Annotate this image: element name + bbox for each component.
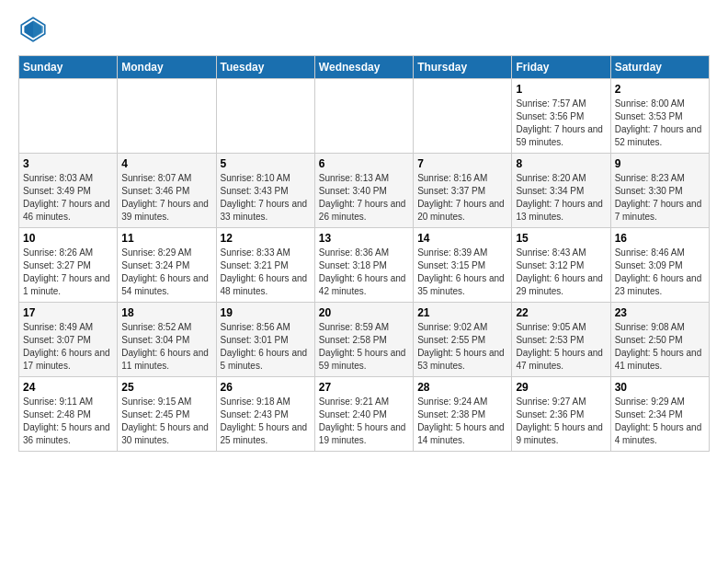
day-number: 14 xyxy=(417,232,507,245)
day-info: Sunrise: 8:29 AM Sunset: 3:24 PM Dayligh… xyxy=(121,247,211,298)
page: SundayMondayTuesdayWednesdayThursdayFrid… xyxy=(0,0,728,461)
day-number: 11 xyxy=(121,232,211,245)
day-info: Sunrise: 8:20 AM Sunset: 3:34 PM Dayligh… xyxy=(516,172,606,224)
day-number: 23 xyxy=(615,306,705,319)
calendar-week: 17Sunrise: 8:49 AM Sunset: 3:07 PM Dayli… xyxy=(19,303,710,377)
calendar-week: 10Sunrise: 8:26 AM Sunset: 3:27 PM Dayli… xyxy=(19,228,710,303)
day-number: 15 xyxy=(516,232,606,245)
calendar-cell: 25Sunrise: 9:15 AM Sunset: 2:45 PM Dayli… xyxy=(118,377,216,452)
day-info: Sunrise: 8:52 AM Sunset: 3:04 PM Dayligh… xyxy=(121,321,211,373)
calendar-cell: 10Sunrise: 8:26 AM Sunset: 3:27 PM Dayli… xyxy=(19,228,118,303)
header-row: SundayMondayTuesdayWednesdayThursdayFrid… xyxy=(19,56,710,79)
day-number: 25 xyxy=(121,381,211,394)
day-info: Sunrise: 8:00 AM Sunset: 3:53 PM Dayligh… xyxy=(615,98,705,149)
day-info: Sunrise: 8:33 AM Sunset: 3:21 PM Dayligh… xyxy=(221,247,311,298)
calendar-cell xyxy=(216,79,314,154)
day-info: Sunrise: 8:43 AM Sunset: 3:12 PM Dayligh… xyxy=(516,247,606,298)
day-number: 29 xyxy=(516,381,606,394)
calendar: SundayMondayTuesdayWednesdayThursdayFrid… xyxy=(18,55,710,452)
day-info: Sunrise: 9:02 AM Sunset: 2:55 PM Dayligh… xyxy=(417,321,507,373)
day-info: Sunrise: 9:24 AM Sunset: 2:38 PM Dayligh… xyxy=(417,396,507,447)
calendar-cell: 3Sunrise: 8:03 AM Sunset: 3:49 PM Daylig… xyxy=(19,154,118,228)
calendar-header: SundayMondayTuesdayWednesdayThursdayFrid… xyxy=(19,56,710,79)
calendar-cell: 24Sunrise: 9:11 AM Sunset: 2:48 PM Dayli… xyxy=(19,377,118,452)
calendar-cell: 15Sunrise: 8:43 AM Sunset: 3:12 PM Dayli… xyxy=(512,228,610,303)
calendar-cell: 2Sunrise: 8:00 AM Sunset: 3:53 PM Daylig… xyxy=(610,79,709,154)
day-info: Sunrise: 8:49 AM Sunset: 3:07 PM Dayligh… xyxy=(23,321,113,373)
day-number: 1 xyxy=(516,83,606,96)
weekday-header: Monday xyxy=(118,56,216,79)
header xyxy=(18,15,710,44)
day-info: Sunrise: 8:36 AM Sunset: 3:18 PM Dayligh… xyxy=(319,247,409,298)
calendar-cell: 8Sunrise: 8:20 AM Sunset: 3:34 PM Daylig… xyxy=(512,154,610,228)
day-number: 9 xyxy=(615,157,705,170)
day-info: Sunrise: 9:08 AM Sunset: 2:50 PM Dayligh… xyxy=(615,321,705,373)
calendar-cell: 23Sunrise: 9:08 AM Sunset: 2:50 PM Dayli… xyxy=(610,303,709,377)
calendar-cell: 19Sunrise: 8:56 AM Sunset: 3:01 PM Dayli… xyxy=(216,303,314,377)
calendar-cell: 30Sunrise: 9:29 AM Sunset: 2:34 PM Dayli… xyxy=(610,377,709,452)
day-info: Sunrise: 9:11 AM Sunset: 2:48 PM Dayligh… xyxy=(23,396,113,447)
weekday-header: Sunday xyxy=(19,56,118,79)
calendar-cell: 16Sunrise: 8:46 AM Sunset: 3:09 PM Dayli… xyxy=(610,228,709,303)
day-number: 8 xyxy=(516,157,606,170)
day-info: Sunrise: 8:59 AM Sunset: 2:58 PM Dayligh… xyxy=(319,321,409,373)
day-number: 12 xyxy=(221,232,311,245)
weekday-header: Friday xyxy=(512,56,610,79)
calendar-week: 3Sunrise: 8:03 AM Sunset: 3:49 PM Daylig… xyxy=(19,154,710,228)
day-info: Sunrise: 8:16 AM Sunset: 3:37 PM Dayligh… xyxy=(417,172,507,224)
day-info: Sunrise: 8:13 AM Sunset: 3:40 PM Dayligh… xyxy=(319,172,409,224)
day-number: 20 xyxy=(319,306,409,319)
day-number: 10 xyxy=(23,232,113,245)
day-info: Sunrise: 9:29 AM Sunset: 2:34 PM Dayligh… xyxy=(615,396,705,447)
day-info: Sunrise: 8:39 AM Sunset: 3:15 PM Dayligh… xyxy=(417,247,507,298)
weekday-header: Tuesday xyxy=(216,56,314,79)
calendar-cell: 5Sunrise: 8:10 AM Sunset: 3:43 PM Daylig… xyxy=(216,154,314,228)
day-number: 17 xyxy=(23,306,113,319)
day-number: 22 xyxy=(516,306,606,319)
calendar-cell xyxy=(414,79,512,154)
calendar-cell xyxy=(19,79,118,154)
day-number: 26 xyxy=(221,381,311,394)
calendar-cell: 18Sunrise: 8:52 AM Sunset: 3:04 PM Dayli… xyxy=(118,303,216,377)
day-info: Sunrise: 8:23 AM Sunset: 3:30 PM Dayligh… xyxy=(615,172,705,224)
day-info: Sunrise: 8:46 AM Sunset: 3:09 PM Dayligh… xyxy=(615,247,705,298)
day-number: 7 xyxy=(417,157,507,170)
calendar-week: 24Sunrise: 9:11 AM Sunset: 2:48 PM Dayli… xyxy=(19,377,710,452)
calendar-cell: 6Sunrise: 8:13 AM Sunset: 3:40 PM Daylig… xyxy=(314,154,413,228)
day-number: 27 xyxy=(319,381,409,394)
weekday-header: Wednesday xyxy=(314,56,413,79)
calendar-cell: 4Sunrise: 8:07 AM Sunset: 3:46 PM Daylig… xyxy=(118,154,216,228)
day-info: Sunrise: 8:03 AM Sunset: 3:49 PM Dayligh… xyxy=(23,172,113,224)
calendar-cell: 12Sunrise: 8:33 AM Sunset: 3:21 PM Dayli… xyxy=(216,228,314,303)
day-number: 19 xyxy=(221,306,311,319)
weekday-header: Saturday xyxy=(610,56,709,79)
calendar-cell: 21Sunrise: 9:02 AM Sunset: 2:55 PM Dayli… xyxy=(414,303,512,377)
day-info: Sunrise: 8:56 AM Sunset: 3:01 PM Dayligh… xyxy=(221,321,311,373)
calendar-cell: 13Sunrise: 8:36 AM Sunset: 3:18 PM Dayli… xyxy=(314,228,413,303)
day-number: 5 xyxy=(221,157,311,170)
calendar-cell: 7Sunrise: 8:16 AM Sunset: 3:37 PM Daylig… xyxy=(414,154,512,228)
day-info: Sunrise: 9:15 AM Sunset: 2:45 PM Dayligh… xyxy=(121,396,211,447)
calendar-cell: 14Sunrise: 8:39 AM Sunset: 3:15 PM Dayli… xyxy=(414,228,512,303)
day-number: 6 xyxy=(319,157,409,170)
calendar-cell: 28Sunrise: 9:24 AM Sunset: 2:38 PM Dayli… xyxy=(414,377,512,452)
calendar-week: 1Sunrise: 7:57 AM Sunset: 3:56 PM Daylig… xyxy=(19,79,710,154)
calendar-cell: 20Sunrise: 8:59 AM Sunset: 2:58 PM Dayli… xyxy=(314,303,413,377)
calendar-cell: 17Sunrise: 8:49 AM Sunset: 3:07 PM Dayli… xyxy=(19,303,118,377)
day-number: 16 xyxy=(615,232,705,245)
day-number: 4 xyxy=(121,157,211,170)
day-info: Sunrise: 8:07 AM Sunset: 3:46 PM Dayligh… xyxy=(121,172,211,224)
day-info: Sunrise: 7:57 AM Sunset: 3:56 PM Dayligh… xyxy=(516,98,606,149)
calendar-cell: 29Sunrise: 9:27 AM Sunset: 2:36 PM Dayli… xyxy=(512,377,610,452)
day-info: Sunrise: 9:27 AM Sunset: 2:36 PM Dayligh… xyxy=(516,396,606,447)
day-number: 13 xyxy=(319,232,409,245)
day-number: 3 xyxy=(23,157,113,170)
day-info: Sunrise: 9:05 AM Sunset: 2:53 PM Dayligh… xyxy=(516,321,606,373)
calendar-cell: 22Sunrise: 9:05 AM Sunset: 2:53 PM Dayli… xyxy=(512,303,610,377)
logo xyxy=(18,15,51,44)
calendar-cell xyxy=(118,79,216,154)
day-number: 30 xyxy=(615,381,705,394)
calendar-cell: 11Sunrise: 8:29 AM Sunset: 3:24 PM Dayli… xyxy=(118,228,216,303)
day-info: Sunrise: 9:18 AM Sunset: 2:43 PM Dayligh… xyxy=(221,396,311,447)
day-info: Sunrise: 8:26 AM Sunset: 3:27 PM Dayligh… xyxy=(23,247,113,298)
